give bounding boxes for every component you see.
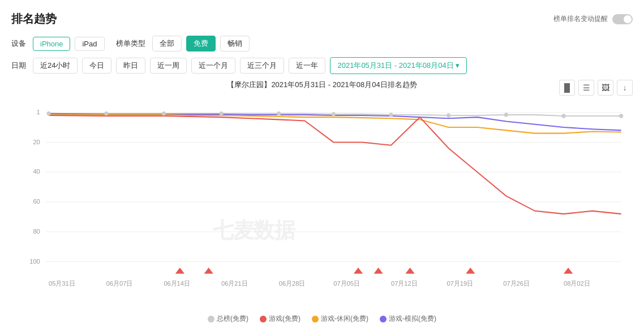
svg-text:100: 100: [29, 258, 40, 265]
svg-point-30: [105, 112, 108, 115]
list-icon[interactable]: ☰: [578, 80, 594, 96]
svg-text:20: 20: [33, 138, 40, 145]
svg-marker-25: [374, 268, 383, 274]
svg-marker-24: [354, 268, 363, 274]
svg-marker-23: [204, 268, 213, 274]
svg-point-32: [220, 112, 223, 115]
bar-chart-icon[interactable]: ▐▌: [559, 80, 575, 96]
svg-text:05月31日: 05月31日: [49, 280, 75, 287]
svg-marker-28: [564, 268, 573, 274]
date-filter-row: 日期 近24小时 今日 昨日 近一周 近一个月 近三个月 近一年 2021年05…: [11, 57, 633, 74]
toggle-label: 榜单排名变动提醒: [553, 14, 608, 24]
svg-text:七麦数据: 七麦数据: [213, 218, 295, 243]
svg-point-31: [162, 112, 165, 115]
legend-label-game-casual: 游戏-休闲(免费): [321, 314, 368, 324]
svg-point-37: [504, 113, 508, 117]
device-filter-row: 设备 iPhone iPad 榜单类型 全部 免费 畅销: [11, 36, 633, 51]
date-24h-button[interactable]: 近24小时: [33, 58, 78, 74]
svg-text:07月19日: 07月19日: [447, 280, 473, 287]
svg-marker-22: [175, 268, 184, 274]
svg-point-36: [447, 114, 450, 117]
chart-tools: ▐▌ ☰ 🖼 ↓: [559, 80, 633, 96]
svg-point-34: [332, 113, 335, 116]
svg-text:06月21日: 06月21日: [221, 280, 247, 287]
svg-text:06月07日: 06月07日: [106, 280, 132, 287]
chart-type-bestseller-button[interactable]: 畅销: [220, 36, 250, 51]
device-ipad-button[interactable]: iPad: [75, 37, 104, 51]
chart-type-label: 榜单类型: [116, 38, 145, 49]
chart-svg: 1 20 40 60 80 100 05月31日 06月07日 06月14日 0…: [11, 94, 633, 309]
svg-text:60: 60: [33, 198, 40, 205]
svg-point-29: [47, 112, 50, 115]
svg-text:07月26日: 07月26日: [503, 280, 529, 287]
svg-text:08月02日: 08月02日: [564, 280, 590, 287]
chart-legend: 总榜(免费) 游戏(免费) 游戏-休闲(免费) 游戏-模拟(免费): [11, 314, 633, 324]
device-label: 设备: [11, 38, 26, 49]
legend-item-total: 总榜(免费): [208, 314, 248, 324]
legend-dot-total: [208, 316, 214, 322]
date-year-button[interactable]: 近一年: [289, 58, 325, 74]
date-today-button[interactable]: 今日: [82, 58, 111, 74]
legend-dot-game-free: [260, 316, 267, 322]
legend-item-game-free: 游戏(免费): [260, 314, 300, 324]
svg-text:1: 1: [37, 109, 40, 115]
legend-label-game-free: 游戏(免费): [269, 314, 300, 324]
date-3month-button[interactable]: 近三个月: [240, 58, 284, 74]
date-month-button[interactable]: 近一个月: [191, 58, 235, 74]
download-icon[interactable]: ↓: [617, 80, 633, 96]
legend-dot-game-sim: [380, 316, 387, 322]
date-week-button[interactable]: 近一周: [150, 58, 187, 74]
svg-text:06月28日: 06月28日: [279, 280, 305, 287]
svg-point-33: [277, 112, 281, 115]
page-title: 排名趋势: [11, 11, 57, 27]
svg-text:07月05日: 07月05日: [333, 280, 359, 287]
chart-container: 【摩尔庄园】2021年05月31日 - 2021年08月04日排名趋势 ▐▌ ☰…: [11, 80, 633, 324]
date-label: 日期: [11, 61, 26, 71]
svg-text:07月12日: 07月12日: [391, 280, 417, 287]
svg-point-39: [620, 114, 623, 118]
legend-label-game-sim: 游戏-模拟(免费): [389, 314, 436, 324]
image-icon[interactable]: 🖼: [598, 80, 613, 96]
chart-title: 【摩尔庄园】2021年05月31日 - 2021年08月04日排名趋势: [11, 80, 633, 90]
chart-area: 1 20 40 60 80 100 05月31日 06月07日 06月14日 0…: [11, 94, 633, 309]
svg-marker-26: [405, 268, 414, 274]
toggle-area: 榜单排名变动提醒: [553, 14, 633, 24]
legend-label-total: 总榜(免费): [217, 314, 248, 324]
svg-text:06月14日: 06月14日: [164, 280, 190, 287]
device-iphone-button[interactable]: iPhone: [33, 37, 70, 51]
legend-item-game-casual: 游戏-休闲(免费): [312, 314, 368, 324]
svg-text:80: 80: [33, 228, 40, 235]
toggle-switch[interactable]: [612, 14, 633, 24]
chart-type-all-button[interactable]: 全部: [152, 36, 182, 51]
date-yesterday-button[interactable]: 昨日: [116, 58, 145, 74]
svg-point-38: [562, 114, 565, 118]
svg-text:40: 40: [33, 168, 40, 175]
svg-point-35: [389, 113, 393, 117]
svg-marker-27: [466, 268, 475, 274]
legend-item-game-sim: 游戏-模拟(免费): [380, 314, 436, 324]
chart-type-free-button[interactable]: 免费: [186, 36, 216, 51]
legend-dot-game-casual: [312, 316, 319, 322]
date-range-picker[interactable]: 2021年05月31日 - 2021年08月04日 ▾: [330, 57, 467, 74]
